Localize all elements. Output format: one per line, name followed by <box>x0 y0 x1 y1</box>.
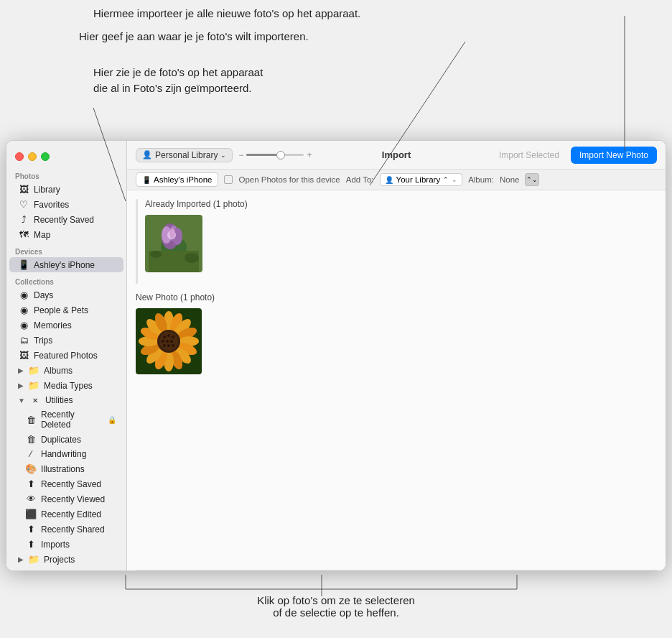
sidebar: Photos 🖼 Library ♡ Favorites ⤴ Recently … <box>6 141 127 570</box>
heart-icon: ♡ <box>18 199 29 210</box>
album-value: None <box>500 175 520 184</box>
svg-point-17 <box>185 253 199 263</box>
illustrations-icon: 🎨 <box>25 463 37 474</box>
sidebar-item-trips[interactable]: 🗂 Trips <box>9 333 123 348</box>
map-icon: 🗺 <box>18 229 29 240</box>
library-picker[interactable]: 👤 Personal Library ⌄ <box>136 148 233 162</box>
sidebar-item-recently-shared[interactable]: ⬆ Recently Shared <box>9 522 123 537</box>
svg-point-41 <box>162 340 164 343</box>
sidebar-item-utilities[interactable]: ▼ ✕ Utilities <box>9 393 123 407</box>
already-imported-grid <box>145 215 657 272</box>
sidebar-item-days[interactable]: ◉ Days <box>9 287 123 302</box>
annotation-line1: Hiermee importeer je alle nieuwe foto's … <box>93 7 360 19</box>
memories-icon: ◉ <box>18 320 29 330</box>
minimize-button[interactable] <box>28 152 37 161</box>
sidebar-item-recently-saved[interactable]: ⬆ Recently Saved <box>9 476 123 491</box>
chevron-right-icon: ▶ <box>18 366 24 374</box>
sidebar-item-iphone[interactable]: 📱 Ashley's iPhone <box>9 257 123 272</box>
sidebar-item-albums[interactable]: ▶ 📁 Albums <box>9 363 123 378</box>
sidebar-item-label: Recently Deleted <box>41 410 103 430</box>
person-icon: 👤 <box>142 150 152 160</box>
open-photos-checkbox[interactable] <box>224 175 233 184</box>
svg-point-44 <box>163 344 166 347</box>
trash-icon: 🗑 <box>25 415 37 425</box>
recently-viewed-icon: 👁 <box>25 494 37 504</box>
photo-thumb-sunflower[interactable] <box>136 308 202 374</box>
device-bar: 📱 Ashley's iPhone Open Photos for this d… <box>127 170 666 190</box>
sidebar-item-label: Days <box>34 290 53 300</box>
main-content: 👤 Personal Library ⌄ − + Import Import S… <box>127 141 666 570</box>
utilities-icon: ✕ <box>29 397 41 404</box>
sidebar-item-label: Trips <box>34 336 52 346</box>
annotation-line3b: die al in Foto's zijn geïmporteerd. <box>93 82 251 94</box>
toolbar: 👤 Personal Library ⌄ − + Import Import S… <box>127 141 666 170</box>
library-icon: 🖼 <box>18 184 29 195</box>
photo-area: Already Imported (1 photo) <box>127 190 666 570</box>
chevron-right-icon2: ▶ <box>18 382 24 389</box>
sidebar-item-label: Handwriting <box>41 449 86 459</box>
sidebar-item-duplicates[interactable]: 🗑 Duplicates <box>9 432 123 447</box>
already-imported-section: Already Imported (1 photo) <box>136 199 657 284</box>
svg-point-14 <box>169 228 175 239</box>
bottom-annotation: Klik op foto's om ze te selecteren of de… <box>0 575 672 638</box>
device-tab[interactable]: 📱 Ashley's iPhone <box>136 172 218 187</box>
album-label: Album: <box>468 175 494 184</box>
bottom-annotation-text2: of de selectie op te heffen. <box>257 606 415 619</box>
import-selected-button[interactable]: Import Selected <box>493 147 565 164</box>
sidebar-item-library[interactable]: 🖼 Library <box>9 182 123 197</box>
new-photo-heading: New Photo (1 photo) <box>136 292 657 302</box>
maximize-button[interactable] <box>41 152 50 161</box>
titlebar <box>6 147 126 167</box>
sidebar-item-imports[interactable]: ⬆ Imports <box>9 537 123 552</box>
people-icon: ◉ <box>18 305 29 315</box>
new-photo-grid <box>136 308 657 374</box>
sidebar-item-featured[interactable]: 🖼 Featured Photos <box>9 348 123 363</box>
window-wrapper: Photos 🖼 Library ♡ Favorites ⤴ Recently … <box>0 140 672 575</box>
duplicates-icon: 🗑 <box>25 434 37 445</box>
sidebar-item-map[interactable]: 🗺 Map <box>9 227 123 242</box>
annotation-line2: Hier geef je aan waar je je foto's wilt … <box>79 30 309 42</box>
zoom-slider[interactable]: − + <box>238 150 487 160</box>
sidebar-item-media-types[interactable]: ▶ 📁 Media Types <box>9 378 123 393</box>
media-types-icon: 📁 <box>28 380 39 391</box>
chevron-down-icon: ▼ <box>18 397 25 404</box>
sidebar-item-label: Recently Edited <box>41 509 101 519</box>
photo-thumb-purple-flower[interactable] <box>145 215 202 272</box>
chevron-right-icon3: ▶ <box>18 555 24 563</box>
spacer <box>136 284 657 292</box>
sidebar-item-illustrations[interactable]: 🎨 Illustrations <box>9 461 123 476</box>
annotation-area: Hiermee importeer je alle nieuwe foto's … <box>0 0 672 144</box>
close-button[interactable] <box>15 152 24 161</box>
bottom-divider <box>136 570 657 570</box>
projects-icon: 📁 <box>28 554 39 565</box>
featured-icon: 🖼 <box>18 350 29 361</box>
sidebar-item-recently-deleted[interactable]: 🗑 Recently Deleted 🔒 <box>9 407 123 432</box>
svg-point-40 <box>172 336 174 338</box>
svg-point-39 <box>167 334 170 337</box>
sidebar-item-label: Imports <box>41 540 70 550</box>
chevron-icon: ⌃ <box>443 176 449 183</box>
sidebar-item-label: Duplicates <box>41 435 81 445</box>
sidebar-item-handwriting[interactable]: ∕ Handwriting <box>9 447 123 461</box>
sidebar-item-recently-viewed[interactable]: 👁 Recently Viewed <box>9 491 123 507</box>
app-window: Photos 🖼 Library ♡ Favorites ⤴ Recently … <box>6 140 666 571</box>
dropdown-arrow-icon: ⌃⌄ <box>526 176 538 183</box>
already-imported-heading: Already Imported (1 photo) <box>145 199 657 209</box>
album-dropdown-button[interactable]: ⌃⌄ <box>525 173 539 186</box>
bottom-annotation-text1: Klik op foto's om ze te selecteren <box>257 594 415 606</box>
sidebar-item-projects[interactable]: ▶ 📁 Projects <box>9 552 123 567</box>
import-new-button[interactable]: Import New Photo <box>571 147 657 164</box>
sidebar-item-favorites[interactable]: ♡ Favorites <box>9 197 123 212</box>
phone-icon: 📱 <box>18 259 29 270</box>
library-option: Your Library <box>396 175 441 184</box>
sidebar-item-label: Projects <box>44 555 75 565</box>
add-to-select[interactable]: 👤 Your Library ⌃ ⌄ <box>380 173 463 186</box>
sidebar-item-people[interactable]: ◉ People & Pets <box>9 302 123 318</box>
sidebar-item-label: Recently Saved <box>41 479 101 489</box>
sidebar-item-label: Featured Photos <box>34 351 98 361</box>
svg-point-45 <box>167 344 170 347</box>
sidebar-item-memories[interactable]: ◉ Memories <box>9 318 123 333</box>
toolbar-right: Import Selected Import New Photo <box>493 147 657 164</box>
sidebar-item-recently-saved-top[interactable]: ⤴ Recently Saved <box>9 212 123 227</box>
sidebar-item-recently-edited[interactable]: ⬛ Recently Edited <box>9 507 123 522</box>
